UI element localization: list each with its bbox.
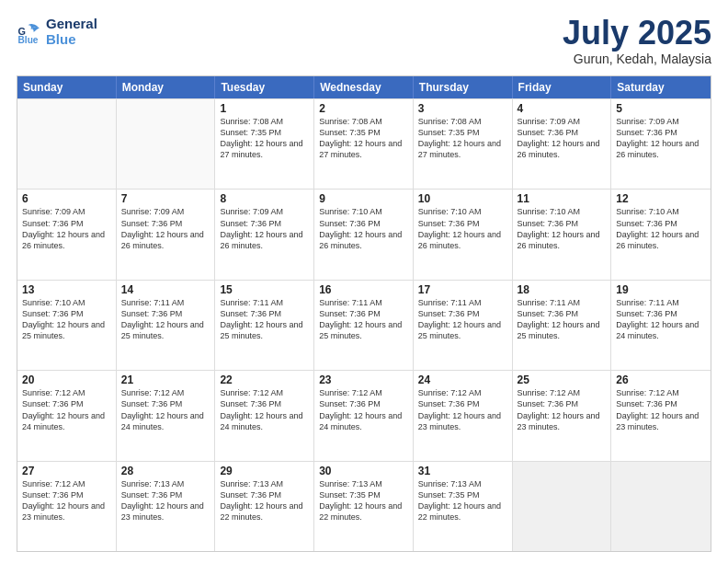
svg-text:Blue: Blue	[18, 34, 39, 44]
day-cell-2: 2Sunrise: 7:08 AM Sunset: 7:35 PM Daylig…	[314, 99, 414, 189]
day-cell-10: 10Sunrise: 7:10 AM Sunset: 7:36 PM Dayli…	[414, 190, 513, 279]
day-header-saturday: Saturday	[611, 76, 711, 98]
cell-detail: Sunrise: 7:08 AM Sunset: 7:35 PM Dayligh…	[418, 116, 507, 161]
cell-detail: Sunrise: 7:12 AM Sunset: 7:36 PM Dayligh…	[121, 387, 210, 432]
calendar-body: 1Sunrise: 7:08 AM Sunset: 7:35 PM Daylig…	[17, 98, 711, 551]
day-header-monday: Monday	[117, 76, 216, 98]
day-number: 19	[616, 283, 706, 296]
day-number: 11	[518, 192, 607, 205]
cell-detail: Sunrise: 7:11 AM Sunset: 7:36 PM Dayligh…	[121, 297, 210, 342]
cell-detail: Sunrise: 7:13 AM Sunset: 7:36 PM Dayligh…	[121, 478, 210, 523]
day-cell-15: 15Sunrise: 7:11 AM Sunset: 7:36 PM Dayli…	[215, 281, 314, 370]
day-cell-17: 17Sunrise: 7:11 AM Sunset: 7:36 PM Dayli…	[414, 281, 513, 370]
day-cell-24: 24Sunrise: 7:12 AM Sunset: 7:36 PM Dayli…	[414, 371, 513, 460]
day-number: 2	[319, 102, 408, 115]
cell-detail: Sunrise: 7:12 AM Sunset: 7:36 PM Dayligh…	[616, 387, 706, 432]
calendar-row: 27Sunrise: 7:12 AM Sunset: 7:36 PM Dayli…	[17, 461, 711, 551]
cell-detail: Sunrise: 7:08 AM Sunset: 7:35 PM Dayligh…	[319, 116, 408, 161]
cell-detail: Sunrise: 7:13 AM Sunset: 7:36 PM Dayligh…	[220, 478, 309, 523]
cell-detail: Sunrise: 7:09 AM Sunset: 7:36 PM Dayligh…	[518, 116, 607, 161]
empty-cell	[17, 99, 117, 189]
day-number: 14	[121, 283, 210, 296]
day-number: 29	[220, 465, 309, 477]
day-number: 5	[616, 102, 706, 115]
logo: G Blue General Blue	[17, 17, 97, 47]
day-cell-30: 30Sunrise: 7:13 AM Sunset: 7:35 PM Dayli…	[314, 462, 414, 551]
day-number: 6	[22, 192, 111, 205]
day-cell-13: 13Sunrise: 7:10 AM Sunset: 7:36 PM Dayli…	[17, 281, 117, 370]
day-number: 1	[220, 102, 309, 115]
day-cell-8: 8Sunrise: 7:09 AM Sunset: 7:36 PM Daylig…	[215, 190, 314, 279]
cell-detail: Sunrise: 7:10 AM Sunset: 7:36 PM Dayligh…	[319, 206, 408, 251]
cell-detail: Sunrise: 7:10 AM Sunset: 7:36 PM Dayligh…	[518, 206, 607, 251]
title-block: July 2025 Gurun, Kedah, Malaysia	[563, 17, 711, 66]
calendar-row: 13Sunrise: 7:10 AM Sunset: 7:36 PM Dayli…	[17, 280, 711, 370]
day-header-sunday: Sunday	[17, 76, 117, 98]
day-number: 16	[319, 283, 408, 296]
day-cell-31: 31Sunrise: 7:13 AM Sunset: 7:35 PM Dayli…	[414, 462, 513, 551]
cell-detail: Sunrise: 7:12 AM Sunset: 7:36 PM Dayligh…	[22, 387, 111, 432]
cell-detail: Sunrise: 7:11 AM Sunset: 7:36 PM Dayligh…	[220, 297, 309, 342]
cell-detail: Sunrise: 7:09 AM Sunset: 7:36 PM Dayligh…	[616, 116, 706, 161]
location-subtitle: Gurun, Kedah, Malaysia	[563, 52, 711, 66]
day-cell-23: 23Sunrise: 7:12 AM Sunset: 7:36 PM Dayli…	[314, 371, 414, 460]
day-cell-11: 11Sunrise: 7:10 AM Sunset: 7:36 PM Dayli…	[513, 190, 612, 279]
page: G Blue General Blue July 2025 Gurun, Ked…	[0, 0, 728, 563]
calendar-row: 6Sunrise: 7:09 AM Sunset: 7:36 PM Daylig…	[17, 189, 711, 279]
day-cell-21: 21Sunrise: 7:12 AM Sunset: 7:36 PM Dayli…	[117, 371, 216, 460]
cell-detail: Sunrise: 7:12 AM Sunset: 7:36 PM Dayligh…	[518, 387, 607, 432]
calendar-row: 20Sunrise: 7:12 AM Sunset: 7:36 PM Dayli…	[17, 370, 711, 460]
day-number: 27	[22, 465, 111, 477]
cell-detail: Sunrise: 7:10 AM Sunset: 7:36 PM Dayligh…	[22, 297, 111, 342]
day-cell-7: 7Sunrise: 7:09 AM Sunset: 7:36 PM Daylig…	[117, 190, 216, 279]
empty-cell	[117, 99, 216, 189]
month-title: July 2025	[563, 17, 711, 50]
day-header-thursday: Thursday	[414, 76, 513, 98]
cell-detail: Sunrise: 7:10 AM Sunset: 7:36 PM Dayligh…	[616, 206, 706, 251]
cell-detail: Sunrise: 7:11 AM Sunset: 7:36 PM Dayligh…	[616, 297, 706, 342]
cell-detail: Sunrise: 7:13 AM Sunset: 7:35 PM Dayligh…	[319, 478, 408, 523]
day-cell-4: 4Sunrise: 7:09 AM Sunset: 7:36 PM Daylig…	[513, 99, 612, 189]
day-cell-6: 6Sunrise: 7:09 AM Sunset: 7:36 PM Daylig…	[17, 190, 117, 279]
cell-detail: Sunrise: 7:12 AM Sunset: 7:36 PM Dayligh…	[319, 387, 408, 432]
day-number: 17	[418, 283, 507, 296]
cell-detail: Sunrise: 7:09 AM Sunset: 7:36 PM Dayligh…	[220, 206, 309, 251]
day-number: 20	[22, 373, 111, 386]
day-number: 8	[220, 192, 309, 205]
day-cell-28: 28Sunrise: 7:13 AM Sunset: 7:36 PM Dayli…	[117, 462, 216, 551]
day-cell-1: 1Sunrise: 7:08 AM Sunset: 7:35 PM Daylig…	[215, 99, 314, 189]
day-number: 24	[418, 373, 507, 386]
calendar-header: SundayMondayTuesdayWednesdayThursdayFrid…	[17, 76, 711, 98]
day-number: 22	[220, 373, 309, 386]
empty-cell	[513, 462, 612, 551]
day-cell-16: 16Sunrise: 7:11 AM Sunset: 7:36 PM Dayli…	[314, 281, 414, 370]
cell-detail: Sunrise: 7:09 AM Sunset: 7:36 PM Dayligh…	[22, 206, 111, 251]
cell-detail: Sunrise: 7:12 AM Sunset: 7:36 PM Dayligh…	[220, 387, 309, 432]
day-number: 9	[319, 192, 408, 205]
day-cell-12: 12Sunrise: 7:10 AM Sunset: 7:36 PM Dayli…	[611, 190, 711, 279]
day-number: 26	[616, 373, 706, 386]
day-number: 13	[22, 283, 111, 296]
day-number: 7	[121, 192, 210, 205]
cell-detail: Sunrise: 7:11 AM Sunset: 7:36 PM Dayligh…	[319, 297, 408, 342]
header: G Blue General Blue July 2025 Gurun, Ked…	[17, 17, 711, 66]
day-number: 4	[518, 102, 607, 115]
logo-icon: G Blue	[17, 19, 42, 45]
day-cell-5: 5Sunrise: 7:09 AM Sunset: 7:36 PM Daylig…	[611, 99, 711, 189]
day-cell-9: 9Sunrise: 7:10 AM Sunset: 7:36 PM Daylig…	[314, 190, 414, 279]
day-number: 18	[518, 283, 607, 296]
cell-detail: Sunrise: 7:12 AM Sunset: 7:36 PM Dayligh…	[418, 387, 507, 432]
day-header-wednesday: Wednesday	[314, 76, 414, 98]
day-cell-27: 27Sunrise: 7:12 AM Sunset: 7:36 PM Dayli…	[17, 462, 117, 551]
cell-detail: Sunrise: 7:10 AM Sunset: 7:36 PM Dayligh…	[418, 206, 507, 251]
cell-detail: Sunrise: 7:08 AM Sunset: 7:35 PM Dayligh…	[220, 116, 309, 161]
day-cell-26: 26Sunrise: 7:12 AM Sunset: 7:36 PM Dayli…	[611, 371, 711, 460]
day-number: 28	[121, 465, 210, 477]
day-number: 21	[121, 373, 210, 386]
day-cell-3: 3Sunrise: 7:08 AM Sunset: 7:35 PM Daylig…	[414, 99, 513, 189]
day-number: 12	[616, 192, 706, 205]
day-number: 23	[319, 373, 408, 386]
day-cell-19: 19Sunrise: 7:11 AM Sunset: 7:36 PM Dayli…	[611, 281, 711, 370]
cell-detail: Sunrise: 7:09 AM Sunset: 7:36 PM Dayligh…	[121, 206, 210, 251]
cell-detail: Sunrise: 7:13 AM Sunset: 7:35 PM Dayligh…	[418, 478, 507, 523]
